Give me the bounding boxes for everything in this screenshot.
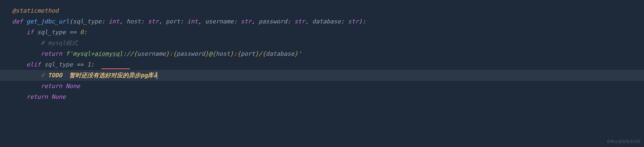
type-str: str bbox=[294, 18, 305, 25]
todo-text: 暂时还没有选好对应的异步pg库å bbox=[62, 72, 157, 79]
watermark-text: @稀土掘金技术社区 bbox=[607, 138, 641, 145]
param-username: username bbox=[205, 18, 234, 25]
paren-open: ( bbox=[69, 18, 73, 25]
fstring-username: username bbox=[137, 50, 166, 57]
comment-hash: # bbox=[41, 72, 48, 79]
code-line-5[interactable]: return f'mysql+aiomysql://{username}:{pa… bbox=[12, 48, 644, 59]
none-literal: None bbox=[52, 93, 66, 100]
function-name: get_jdbc_url bbox=[26, 18, 69, 25]
type-str: str bbox=[241, 18, 252, 25]
fstring-host: host bbox=[216, 50, 230, 57]
type-int: int bbox=[109, 18, 119, 25]
todo-keyword: TODO bbox=[48, 72, 62, 79]
number-zero: 0 bbox=[80, 29, 84, 36]
fstring-password: password bbox=[176, 50, 205, 57]
keyword-def: def bbox=[12, 18, 23, 25]
string-part: 'mysql+ bbox=[69, 50, 94, 57]
string-aiomysql: aiomysql bbox=[94, 50, 123, 57]
code-line-8[interactable]: return None bbox=[12, 81, 644, 92]
keyword-return: return bbox=[41, 83, 62, 89]
operator-eq: == bbox=[76, 61, 84, 68]
none-literal: None bbox=[66, 83, 80, 89]
code-line-2[interactable]: def get_jdbc_url(sql_type: int, host: st… bbox=[12, 16, 644, 27]
code-line-7-highlighted[interactable]: # TODO 暂时还没有选好对应的异步pg库å bbox=[0, 70, 644, 81]
var-sql-type: sql_type bbox=[44, 61, 73, 68]
decorator-token: @staticmethod bbox=[12, 7, 59, 14]
comment-mysql: # mysql模式 bbox=[41, 40, 78, 46]
code-line-6[interactable]: elif sql_type == 1: bbox=[12, 59, 644, 70]
code-line-4[interactable]: # mysql模式 bbox=[12, 38, 644, 48]
keyword-return: return bbox=[41, 50, 62, 57]
text-cursor bbox=[157, 72, 157, 79]
param-database: database bbox=[312, 18, 341, 25]
paren-close: ): bbox=[359, 18, 366, 25]
keyword-if: if bbox=[26, 29, 34, 36]
code-line-3[interactable]: if sql_type == 0: bbox=[12, 27, 644, 38]
code-line-1[interactable]: @staticmethod bbox=[12, 5, 644, 16]
type-str: str bbox=[148, 18, 159, 25]
param-sql-type: sql_type bbox=[73, 18, 101, 25]
type-str: str bbox=[348, 18, 359, 25]
keyword-return: return bbox=[26, 93, 48, 100]
param-port: port bbox=[166, 18, 180, 25]
fstring-prefix: f bbox=[66, 50, 69, 57]
param-host: host bbox=[126, 18, 141, 25]
fstring-database: database bbox=[266, 50, 294, 57]
var-sql-type: sql_type bbox=[37, 29, 66, 36]
fstring-port: port bbox=[241, 50, 255, 57]
string-part: :// bbox=[123, 50, 134, 57]
operator-eq: == bbox=[69, 29, 77, 36]
keyword-elif: elif bbox=[26, 61, 41, 68]
error-underline bbox=[101, 61, 130, 69]
code-line-9[interactable]: return None bbox=[12, 92, 644, 102]
param-password: password bbox=[259, 18, 287, 25]
type-int: int bbox=[187, 18, 198, 25]
number-one: 1 bbox=[87, 61, 91, 68]
